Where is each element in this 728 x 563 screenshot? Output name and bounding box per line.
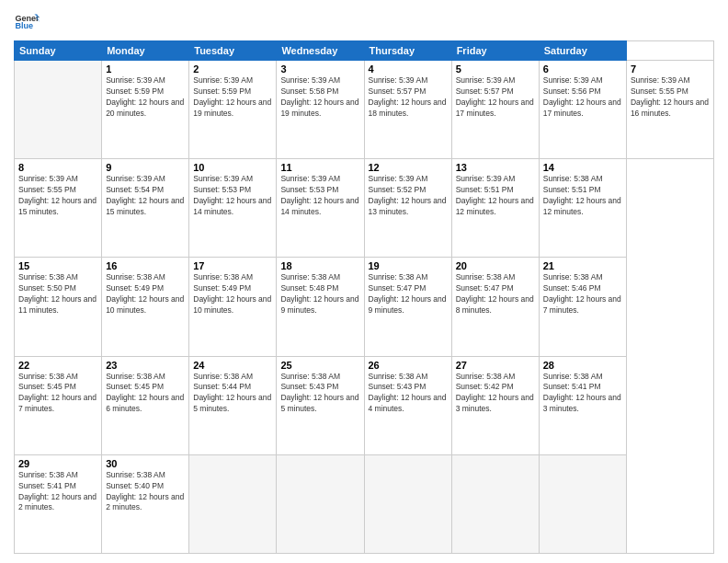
- day-number: 22: [18, 360, 97, 371]
- day-cell: 11Sunrise: 5:39 AMSunset: 5:53 PMDayligh…: [277, 159, 364, 258]
- day-cell: 8Sunrise: 5:39 AMSunset: 5:55 PMDaylight…: [15, 159, 102, 258]
- day-cell: 13Sunrise: 5:39 AMSunset: 5:51 PMDayligh…: [451, 159, 539, 258]
- day-cell: [364, 454, 451, 553]
- day-info: Sunrise: 5:39 AMSunset: 5:53 PMDaylight:…: [280, 174, 359, 218]
- day-number: 7: [631, 63, 710, 75]
- day-number: 5: [456, 63, 535, 75]
- day-info: Sunrise: 5:38 AMSunset: 5:49 PMDaylight:…: [106, 272, 185, 316]
- day-info: Sunrise: 5:38 AMSunset: 5:47 PMDaylight:…: [369, 272, 448, 316]
- col-header-monday: Monday: [102, 41, 189, 61]
- day-cell: 3Sunrise: 5:39 AMSunset: 5:58 PMDaylight…: [277, 61, 364, 159]
- day-cell: 6Sunrise: 5:39 AMSunset: 5:56 PMDaylight…: [539, 61, 626, 159]
- day-info: Sunrise: 5:38 AMSunset: 5:50 PMDaylight:…: [18, 272, 97, 316]
- day-cell: 7Sunrise: 5:39 AMSunset: 5:55 PMDaylight…: [626, 61, 713, 159]
- day-info: Sunrise: 5:38 AMSunset: 5:47 PMDaylight:…: [456, 272, 535, 316]
- day-number: 12: [369, 162, 448, 173]
- svg-text:Blue: Blue: [15, 21, 33, 30]
- day-info: Sunrise: 5:39 AMSunset: 5:51 PMDaylight:…: [456, 174, 535, 218]
- day-number: 6: [543, 63, 622, 75]
- day-info: Sunrise: 5:38 AMSunset: 5:41 PMDaylight:…: [543, 372, 622, 416]
- day-cell: [15, 61, 102, 159]
- day-cell: [277, 454, 364, 553]
- day-info: Sunrise: 5:38 AMSunset: 5:42 PMDaylight:…: [456, 372, 535, 416]
- day-info: Sunrise: 5:39 AMSunset: 5:57 PMDaylight:…: [456, 75, 535, 120]
- day-cell: 18Sunrise: 5:38 AMSunset: 5:48 PMDayligh…: [277, 258, 364, 356]
- logo: General Blue: [14, 9, 43, 35]
- day-number: 25: [280, 360, 359, 371]
- day-number: 28: [543, 360, 622, 371]
- day-cell: [539, 454, 626, 553]
- day-cell: 23Sunrise: 5:38 AMSunset: 5:45 PMDayligh…: [102, 356, 189, 454]
- day-info: Sunrise: 5:38 AMSunset: 5:45 PMDaylight:…: [18, 372, 97, 416]
- day-info: Sunrise: 5:39 AMSunset: 5:58 PMDaylight:…: [280, 75, 359, 120]
- day-number: 18: [280, 260, 359, 271]
- day-cell: 9Sunrise: 5:39 AMSunset: 5:54 PMDaylight…: [102, 159, 189, 258]
- day-cell: 26Sunrise: 5:38 AMSunset: 5:43 PMDayligh…: [364, 356, 451, 454]
- week-row-1: 1Sunrise: 5:39 AMSunset: 5:59 PMDaylight…: [15, 61, 714, 159]
- col-header-saturday: Saturday: [539, 41, 626, 61]
- logo-icon: General Blue: [14, 9, 40, 35]
- col-header-sunday: Sunday: [15, 41, 102, 61]
- day-info: Sunrise: 5:38 AMSunset: 5:44 PMDaylight:…: [193, 372, 272, 416]
- day-info: Sunrise: 5:39 AMSunset: 5:55 PMDaylight:…: [18, 174, 97, 218]
- day-cell: 25Sunrise: 5:38 AMSunset: 5:43 PMDayligh…: [277, 356, 364, 454]
- day-cell: 16Sunrise: 5:38 AMSunset: 5:49 PMDayligh…: [102, 258, 189, 356]
- day-number: 21: [543, 260, 622, 271]
- day-number: 1: [106, 63, 185, 75]
- day-number: 30: [106, 458, 185, 469]
- day-cell: 1Sunrise: 5:39 AMSunset: 5:59 PMDaylight…: [102, 61, 189, 159]
- day-number: 20: [456, 260, 535, 271]
- day-cell: 14Sunrise: 5:38 AMSunset: 5:51 PMDayligh…: [539, 159, 626, 258]
- day-cell: [189, 454, 277, 553]
- col-header-tuesday: Tuesday: [189, 41, 277, 61]
- day-info: Sunrise: 5:38 AMSunset: 5:49 PMDaylight:…: [193, 272, 272, 316]
- col-header-thursday: Thursday: [364, 41, 451, 61]
- day-info: Sunrise: 5:39 AMSunset: 5:56 PMDaylight:…: [543, 75, 622, 120]
- day-number: 13: [456, 162, 535, 173]
- day-number: 14: [543, 162, 622, 173]
- day-cell: 5Sunrise: 5:39 AMSunset: 5:57 PMDaylight…: [451, 61, 539, 159]
- day-number: 27: [456, 360, 535, 371]
- day-number: 9: [106, 162, 185, 173]
- day-cell: 27Sunrise: 5:38 AMSunset: 5:42 PMDayligh…: [451, 356, 539, 454]
- day-info: Sunrise: 5:38 AMSunset: 5:48 PMDaylight:…: [280, 272, 359, 316]
- header-row: SundayMondayTuesdayWednesdayThursdayFrid…: [15, 41, 714, 61]
- day-cell: 24Sunrise: 5:38 AMSunset: 5:44 PMDayligh…: [189, 356, 277, 454]
- day-cell: 17Sunrise: 5:38 AMSunset: 5:49 PMDayligh…: [189, 258, 277, 356]
- col-header-friday: Friday: [451, 41, 539, 61]
- day-cell: 10Sunrise: 5:39 AMSunset: 5:53 PMDayligh…: [189, 159, 277, 258]
- day-number: 16: [106, 260, 185, 271]
- calendar-table: SundayMondayTuesdayWednesdayThursdayFrid…: [14, 40, 714, 554]
- day-info: Sunrise: 5:38 AMSunset: 5:43 PMDaylight:…: [280, 372, 359, 416]
- day-cell: 22Sunrise: 5:38 AMSunset: 5:45 PMDayligh…: [15, 356, 102, 454]
- day-number: 29: [18, 458, 97, 469]
- day-number: 4: [369, 63, 448, 75]
- day-cell: [451, 454, 539, 553]
- day-number: 26: [369, 360, 448, 371]
- day-number: 8: [18, 162, 97, 173]
- page: General Blue SundayMondayTuesdayWednesda…: [0, 0, 728, 563]
- day-cell: 2Sunrise: 5:39 AMSunset: 5:59 PMDaylight…: [189, 61, 277, 159]
- week-row-2: 8Sunrise: 5:39 AMSunset: 5:55 PMDaylight…: [15, 159, 714, 258]
- col-header-wednesday: Wednesday: [277, 41, 364, 61]
- day-cell: 29Sunrise: 5:38 AMSunset: 5:41 PMDayligh…: [15, 454, 102, 553]
- day-cell: 12Sunrise: 5:39 AMSunset: 5:52 PMDayligh…: [364, 159, 451, 258]
- day-info: Sunrise: 5:38 AMSunset: 5:41 PMDaylight:…: [18, 470, 97, 514]
- day-number: 23: [106, 360, 185, 371]
- day-info: Sunrise: 5:39 AMSunset: 5:57 PMDaylight:…: [369, 75, 448, 120]
- day-info: Sunrise: 5:38 AMSunset: 5:51 PMDaylight:…: [543, 174, 622, 218]
- header: General Blue: [14, 9, 714, 35]
- day-number: 15: [18, 260, 97, 271]
- week-row-3: 15Sunrise: 5:38 AMSunset: 5:50 PMDayligh…: [15, 258, 714, 356]
- week-row-4: 22Sunrise: 5:38 AMSunset: 5:45 PMDayligh…: [15, 356, 714, 454]
- day-number: 11: [280, 162, 359, 173]
- day-number: 10: [193, 162, 272, 173]
- day-info: Sunrise: 5:39 AMSunset: 5:59 PMDaylight:…: [193, 75, 272, 120]
- day-info: Sunrise: 5:39 AMSunset: 5:54 PMDaylight:…: [106, 174, 185, 218]
- week-row-5: 29Sunrise: 5:38 AMSunset: 5:41 PMDayligh…: [15, 454, 714, 553]
- day-cell: 21Sunrise: 5:38 AMSunset: 5:46 PMDayligh…: [539, 258, 626, 356]
- day-info: Sunrise: 5:38 AMSunset: 5:45 PMDaylight:…: [106, 372, 185, 416]
- day-info: Sunrise: 5:39 AMSunset: 5:59 PMDaylight:…: [106, 75, 185, 120]
- day-cell: 28Sunrise: 5:38 AMSunset: 5:41 PMDayligh…: [539, 356, 626, 454]
- day-info: Sunrise: 5:39 AMSunset: 5:52 PMDaylight:…: [369, 174, 448, 218]
